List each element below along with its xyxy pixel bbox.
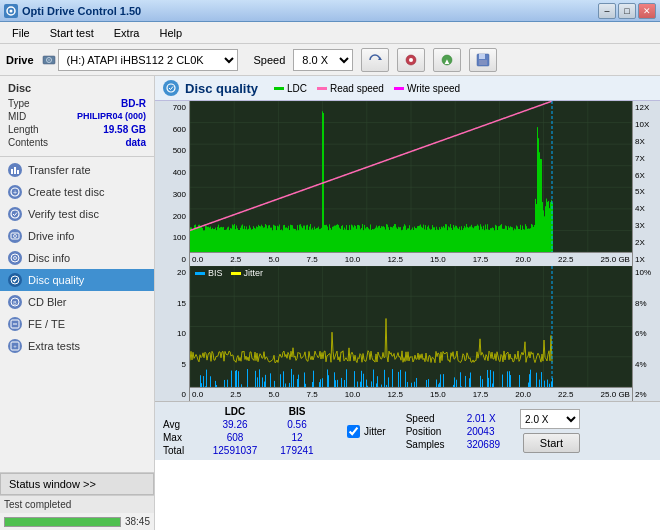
content-title: Disc quality xyxy=(185,81,258,96)
start-button[interactable]: Start xyxy=(523,433,580,453)
content-area: Disc quality LDC Read speed Write speed xyxy=(155,76,660,530)
nav-drive-info-label: Drive info xyxy=(28,230,74,242)
disc-contents-key: Contents xyxy=(8,137,48,148)
chart-legend: LDC Read speed Write speed xyxy=(274,83,460,94)
total-label: Total xyxy=(163,445,203,456)
nav-create-test[interactable]: + Create test disc xyxy=(0,181,154,203)
svg-text:▲: ▲ xyxy=(443,57,451,66)
minimize-button[interactable]: – xyxy=(598,3,616,19)
position-row: Position 20043 xyxy=(406,426,500,437)
speed-dropdown[interactable]: 2.0 X xyxy=(520,409,580,429)
content-header: Disc quality LDC Read speed Write speed xyxy=(155,76,660,101)
extra-icon: + xyxy=(8,339,22,353)
svg-text:+: + xyxy=(13,343,17,349)
samples-row: Samples 320689 xyxy=(406,439,500,450)
nav-cd-bler-label: CD Bler xyxy=(28,296,67,308)
top-chart-canvas xyxy=(190,101,632,252)
stats-header: LDC BIS xyxy=(163,406,327,417)
save-button[interactable] xyxy=(469,48,497,72)
speed-stat-label: Speed xyxy=(406,413,461,424)
nav-extra-tests[interactable]: + Extra tests xyxy=(0,335,154,357)
stats-total-row: Total 12591037 179241 xyxy=(163,445,327,456)
svg-rect-12 xyxy=(479,60,487,65)
svg-point-4 xyxy=(48,59,50,61)
disc-section: Disc Type BD-R MID PHILIPR04 (000) Lengt… xyxy=(0,76,154,157)
stats-area: LDC BIS Avg 39.26 0.56 Max 608 12 xyxy=(155,401,660,460)
status-text: Test completed xyxy=(4,499,71,510)
stats-grid: LDC BIS Avg 39.26 0.56 Max 608 12 xyxy=(163,406,652,456)
jitter-checkbox[interactable] xyxy=(347,425,360,438)
jitter-legend-label: Jitter xyxy=(244,268,264,278)
svg-point-30 xyxy=(167,84,175,92)
svg-point-1 xyxy=(10,9,13,12)
read-speed-legend-dot xyxy=(317,87,327,90)
total-bis: 179241 xyxy=(267,445,327,456)
menu-start-test[interactable]: Start test xyxy=(42,25,102,41)
disc-info-icon xyxy=(8,251,22,265)
menu-extra[interactable]: Extra xyxy=(106,25,148,41)
speed-select[interactable]: 8.0 X xyxy=(293,49,353,71)
max-ldc: 608 xyxy=(205,432,265,443)
fete-icon xyxy=(8,317,22,331)
menu-help[interactable]: Help xyxy=(151,25,190,41)
charts: 700 600 500 400 300 200 100 0 12X 10X 8X… xyxy=(155,101,660,530)
status-footer: Test completed xyxy=(0,495,154,513)
nav-transfer-rate-label: Transfer rate xyxy=(28,164,91,176)
close-button[interactable]: ✕ xyxy=(638,3,656,19)
avg-ldc: 39.26 xyxy=(205,419,265,430)
verify-icon xyxy=(8,207,22,221)
legend-read-speed: Read speed xyxy=(317,83,384,94)
nav-disc-quality-label: Disc quality xyxy=(28,274,84,286)
top-y-axis-right: 12X 10X 8X 7X 6X 5X 4X 3X 2X 1X xyxy=(632,101,660,266)
speed-stat-val: 2.01 X xyxy=(467,413,496,424)
app-title: Opti Drive Control 1.50 xyxy=(22,5,141,17)
disc-contents-val: data xyxy=(125,137,146,148)
jitter-label: Jitter xyxy=(364,426,386,437)
maximize-button[interactable]: □ xyxy=(618,3,636,19)
nav-disc-info[interactable]: Disc info xyxy=(0,247,154,269)
nav-verify-test[interactable]: Verify test disc xyxy=(0,203,154,225)
status-window-button[interactable]: Status window >> xyxy=(0,473,154,495)
progress-area: 38:45 xyxy=(0,513,154,530)
position-label: Position xyxy=(406,426,461,437)
nav-fe-te-label: FE / TE xyxy=(28,318,65,330)
bottom-chart-container: BIS Jitter 20 15 10 5 0 10% 8% xyxy=(155,266,660,401)
refresh-button[interactable] xyxy=(361,48,389,72)
disc-type-val: BD-R xyxy=(121,98,146,109)
bottom-chart-canvas xyxy=(190,266,632,387)
speed-label: Speed xyxy=(254,54,286,66)
jitter-legend-dot xyxy=(231,272,241,275)
quality-icon xyxy=(8,273,22,287)
controls-section: 2.0 X Start xyxy=(520,409,580,453)
jitter-legend: Jitter xyxy=(231,268,264,278)
total-ldc: 12591037 xyxy=(205,445,265,456)
bis-legend-label: BIS xyxy=(208,268,223,278)
nav-cd-bler[interactable]: B CD Bler xyxy=(0,291,154,313)
titlebar-left: Opti Drive Control 1.50 xyxy=(4,4,141,18)
drive-select[interactable]: (H:) ATAPI iHBS112 2 CL0K xyxy=(58,49,238,71)
avg-bis: 0.56 xyxy=(267,419,327,430)
nav-extra-tests-label: Extra tests xyxy=(28,340,80,352)
svg-point-7 xyxy=(409,58,413,62)
disc-mid-key: MID xyxy=(8,111,26,122)
bis-legend: BIS xyxy=(195,268,223,278)
bis-legend-dot xyxy=(195,272,205,275)
disc-length-key: Length xyxy=(8,124,39,135)
nav-fe-te[interactable]: FE / TE xyxy=(0,313,154,335)
position-val: 20043 xyxy=(467,426,495,437)
write-speed-legend-label: Write speed xyxy=(407,83,460,94)
svg-point-21 xyxy=(11,254,19,262)
settings-button[interactable] xyxy=(397,48,425,72)
nav-disc-quality[interactable]: Disc quality xyxy=(0,269,154,291)
samples-label: Samples xyxy=(406,439,461,450)
progress-bar xyxy=(4,517,121,527)
nav-drive-info[interactable]: Drive info xyxy=(0,225,154,247)
disc-length-val: 19.58 GB xyxy=(103,124,146,135)
bottom-y-axis: 20 15 10 5 0 xyxy=(155,266,190,401)
eject-button[interactable]: ▲ xyxy=(433,48,461,72)
nav-transfer-rate[interactable]: Transfer rate xyxy=(0,159,154,181)
disc-contents-row: Contents data xyxy=(8,137,146,148)
top-x-axis: 0.0 2.5 5.0 7.5 10.0 12.5 15.0 17.5 20.0… xyxy=(190,252,632,266)
menu-file[interactable]: File xyxy=(4,25,38,41)
legend-write-speed: Write speed xyxy=(394,83,460,94)
